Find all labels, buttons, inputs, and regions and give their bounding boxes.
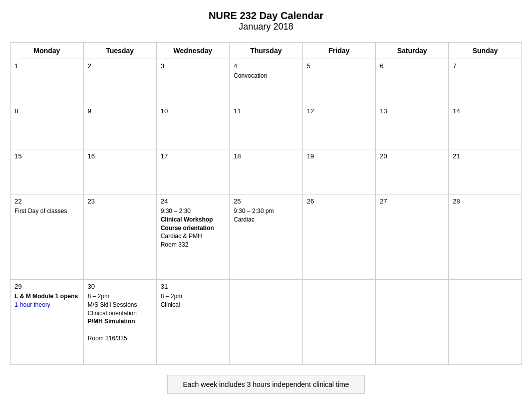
col-wednesday: Wednesday [156,43,229,59]
cell-text: Convocation [234,72,299,80]
calendar-cell: 8 [11,104,84,149]
cell-text: Clinical [161,301,225,309]
day-number: 27 [380,197,444,205]
day-number: 19 [307,152,371,160]
calendar-cell [376,280,449,365]
day-number: 21 [453,152,517,160]
col-saturday: Saturday [376,43,449,59]
calendar-cell: 12 [303,104,376,149]
calendar-cell: 28 [449,194,522,280]
cell-text: 9:30 – 2:30 [161,207,225,216]
cell-content: L & M Module 1 opens1-hour theory [15,292,79,309]
calendar-cell: 10 [156,104,229,149]
day-number: 30 [88,283,152,290]
cell-text: 1-hour theory [15,301,79,309]
page-subtitle: January 2018 [10,22,522,32]
day-number: 1 [15,62,79,70]
calendar-cell: 18 [229,149,303,194]
week-row: 29L & M Module 1 opens1-hour theory308 –… [11,280,522,365]
calendar-cell: 259:30 – 2:30 pmCardiac [229,194,303,280]
footer-note: Each week includes 3 hours independent c… [10,375,522,394]
calendar-cell: 6 [376,59,449,104]
calendar-cell: 19 [303,149,376,194]
calendar-cell: 20 [376,149,449,194]
week-row: 15161718192021 [11,149,522,194]
day-number: 26 [307,197,371,205]
day-number: 14 [453,107,517,115]
day-number: 25 [234,197,299,205]
day-number: 16 [88,152,152,160]
col-tuesday: Tuesday [83,43,156,59]
cell-content: 8 – 2pmClinical [161,292,225,309]
calendar-cell: 318 – 2pmClinical [156,280,229,365]
calendar-cell: 23 [83,194,156,280]
cell-text: 8 – 2pm [161,292,225,301]
cell-content: 9:30 – 2:30Clinical WorkshopCourse orien… [161,207,225,249]
calendar-cell: 17 [156,149,229,194]
week-row: 1234Convocation567 [11,59,522,104]
day-number: 20 [380,152,444,160]
calendar-cell: 13 [376,104,449,149]
col-sunday: Sunday [449,43,522,59]
day-number: 29 [15,283,79,290]
calendar-cell: 249:30 – 2:30Clinical WorkshopCourse ori… [156,194,229,280]
calendar-cell: 15 [11,149,84,194]
cell-content: 9:30 – 2:30 pmCardiac [234,207,299,224]
header-row: Monday Tuesday Wednesday Thursday Friday… [11,43,522,59]
day-number: 28 [453,197,517,205]
day-number: 5 [307,62,371,70]
calendar-cell: 22First Day of classes [11,194,84,280]
day-number: 22 [15,197,79,205]
day-number: 2 [88,62,152,70]
day-number: 11 [234,107,299,115]
cell-text: First Day of classes [15,207,79,216]
calendar-cell: 27 [376,194,449,280]
day-number: 12 [307,107,371,115]
cell-content: 8 – 2pmM/S Skill SessionsClinical orient… [88,292,152,343]
calendar-cell: 2 [83,59,156,104]
page-title: NURE 232 Day Calendar [10,10,522,22]
calendar-cell: 5 [303,59,376,104]
calendar-cell [229,280,303,365]
day-number: 10 [161,107,225,115]
cell-content: First Day of classes [15,207,79,216]
col-friday: Friday [303,43,376,59]
cell-text: Cardiac & PMH [161,232,225,241]
cell-text: L & M Module 1 opens [15,292,79,301]
cell-text: Course orientation [161,224,225,233]
calendar-cell [303,280,376,365]
day-number: 24 [161,197,225,205]
day-number: 23 [88,197,152,205]
cell-text: P/MH Simulation [88,317,152,326]
col-monday: Monday [11,43,84,59]
calendar-table: Monday Tuesday Wednesday Thursday Friday… [10,42,522,365]
day-number: 6 [380,62,444,70]
week-row: 891011121314 [11,104,522,149]
cell-text: 8 – 2pm [88,292,152,301]
day-number: 13 [380,107,444,115]
calendar-cell [449,280,522,365]
calendar-cell: 26 [303,194,376,280]
cell-text: 9:30 – 2:30 pm [234,207,299,216]
day-number: 9 [88,107,152,115]
calendar-cell: 21 [449,149,522,194]
calendar-cell: 308 – 2pmM/S Skill SessionsClinical orie… [83,280,156,365]
calendar-cell: 7 [449,59,522,104]
day-number: 17 [161,152,225,160]
day-number: 18 [234,152,299,160]
footer-box: Each week includes 3 hours independent c… [167,375,365,394]
calendar-cell: 1 [11,59,84,104]
cell-text: Room 316/335 [88,334,152,343]
cell-text: Clinical orientation [88,309,152,318]
calendar-cell: 29L & M Module 1 opens1-hour theory [11,280,84,365]
calendar-cell: 11 [229,104,303,149]
day-number: 7 [453,62,517,70]
calendar-cell: 16 [83,149,156,194]
calendar-cell: 4Convocation [229,59,303,104]
day-number: 31 [161,283,225,290]
day-number: 15 [15,152,79,160]
day-number: 8 [15,107,79,115]
cell-content: Convocation [234,72,299,80]
cell-text: Room 332 [161,241,225,249]
col-thursday: Thursday [229,43,303,59]
